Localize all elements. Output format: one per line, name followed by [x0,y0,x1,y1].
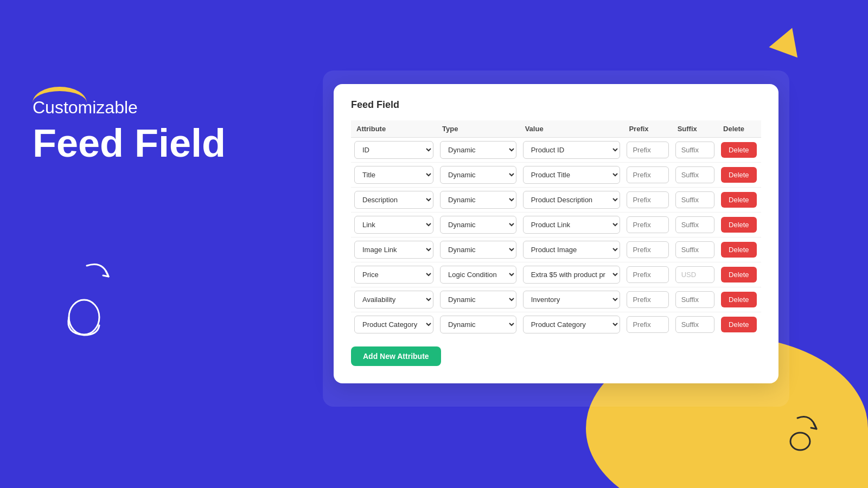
delete-button-0[interactable]: Delete [721,142,757,158]
hero-panel: Customizable Feed Field [33,98,304,165]
prefix-input-3[interactable] [627,216,668,233]
delete-button-4[interactable]: Delete [721,242,757,258]
delete-button-6[interactable]: Delete [721,292,757,307]
delete-button-1[interactable]: Delete [721,167,757,183]
prefix-input-1[interactable] [627,166,668,183]
suffix-input-3[interactable] [675,216,714,233]
attribute-select-1[interactable]: Title [354,166,433,184]
prefix-input-0[interactable] [627,142,668,158]
type-select-2[interactable]: Dynamic [440,191,516,209]
table-row: DescriptionDynamicProduct DescriptionDel… [351,188,761,213]
value-select-2[interactable]: Product Description [523,191,621,209]
svg-point-1 [790,433,810,450]
type-select-5[interactable]: Logic Condition [440,266,516,284]
value-select-7[interactable]: Product Category [523,316,621,333]
type-select-0[interactable]: Dynamic [440,141,516,159]
table-row: Product CategoryDynamicProduct CategoryD… [351,312,761,337]
card-title: Feed Field [351,99,761,111]
header-attribute: Attribute [351,120,437,138]
attribute-select-6[interactable]: Availability [354,291,433,309]
hero-subtitle: Customizable [33,98,304,118]
suffix-input-7[interactable] [675,316,714,333]
header-type: Type [437,120,520,138]
value-select-1[interactable]: Product Title [523,166,621,184]
feed-field-card: Feed Field Attribute Type Value Prefix S… [334,84,778,383]
type-select-6[interactable]: Dynamic [440,291,516,309]
prefix-input-6[interactable] [627,291,668,308]
header-value: Value [520,120,624,138]
delete-button-5[interactable]: Delete [721,267,757,282]
add-attribute-button[interactable]: Add New Attribute [351,346,441,366]
delete-button-2[interactable]: Delete [721,192,757,208]
value-select-4[interactable]: Product Image [523,241,621,259]
value-select-3[interactable]: Product Link [523,216,621,234]
suffix-input-6[interactable] [675,291,714,308]
header-suffix: Suffix [672,120,718,138]
attribute-select-2[interactable]: Description [354,191,433,209]
type-select-3[interactable]: Dynamic [440,216,516,234]
attribute-select-3[interactable]: Link [354,216,433,234]
suffix-input-4[interactable] [675,241,714,258]
prefix-input-4[interactable] [627,241,668,258]
suffix-input-5[interactable] [675,266,714,283]
table-row: AvailabilityDynamicInventoryDelete [351,287,761,312]
type-select-7[interactable]: Dynamic [440,316,516,333]
table-row: PriceLogic ConditionExtra $5 with produc… [351,262,761,287]
suffix-input-1[interactable] [675,166,714,183]
attribute-select-5[interactable]: Price [354,266,433,284]
value-select-0[interactable]: Product ID [523,141,621,159]
suffix-input-0[interactable] [675,142,714,158]
swirl-decoration [54,255,119,344]
header-delete: Delete [718,120,761,138]
value-select-5[interactable]: Extra $5 with product price [523,266,621,284]
delete-button-3[interactable]: Delete [721,217,757,233]
attribute-select-4[interactable]: Image Link [354,241,433,259]
prefix-input-5[interactable] [627,266,668,283]
prefix-input-7[interactable] [627,316,668,333]
delete-button-7[interactable]: Delete [721,317,757,332]
suffix-input-2[interactable] [675,191,714,208]
header-prefix: Prefix [623,120,672,138]
feed-table: Attribute Type Value Prefix Suffix Delet… [351,120,761,337]
attribute-select-0[interactable]: ID [354,141,433,159]
svg-point-0 [69,300,99,335]
table-row: LinkDynamicProduct LinkDelete [351,213,761,237]
hero-title: Feed Field [33,122,304,165]
bottom-right-decoration [781,410,825,455]
table-row: TitleDynamicProduct TitleDelete [351,163,761,188]
value-select-6[interactable]: Inventory [523,291,621,309]
type-select-1[interactable]: Dynamic [440,166,516,184]
table-row: Image LinkDynamicProduct ImageDelete [351,237,761,262]
prefix-input-2[interactable] [627,191,668,208]
attribute-select-7[interactable]: Product Category [354,316,433,333]
type-select-4[interactable]: Dynamic [440,241,516,259]
table-row: IDDynamicProduct IDDelete [351,138,761,163]
